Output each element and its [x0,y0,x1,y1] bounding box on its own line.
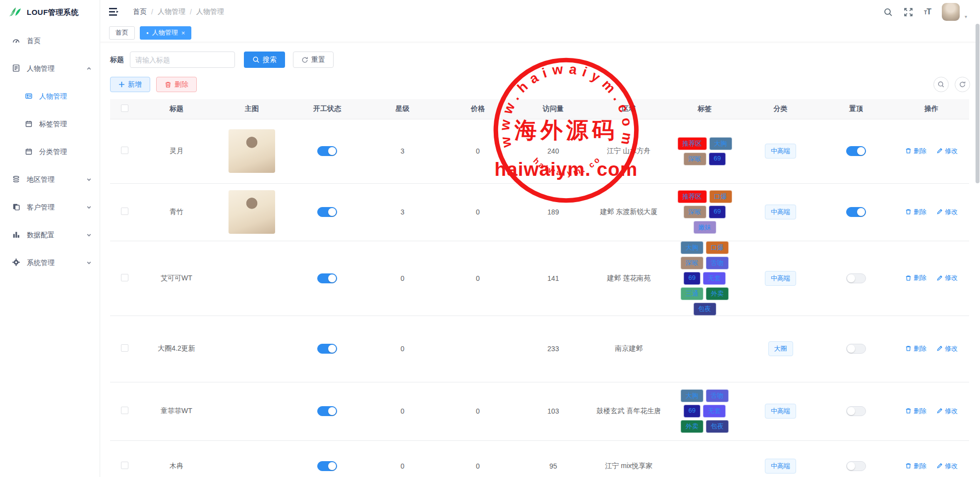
sidebar-subitem-person-mgmt[interactable]: 人物管理 [0,84,100,109]
row-delete-link[interactable]: 删除 [905,273,926,282]
top-toggle[interactable] [846,406,866,416]
search-icon[interactable] [883,7,893,17]
calendar-icon [25,120,33,129]
row-price: 0 [440,382,516,440]
menu-collapse-icon[interactable] [109,7,120,16]
row-tags: 大胸口爆深喉舌吻69无套三通外卖包夜 [673,241,737,316]
status-toggle[interactable] [317,273,337,283]
sidebar-item-customer-mgmt[interactable]: 客户管理 [0,195,100,220]
sidebar-item-system-mgmt[interactable]: 系统管理 [0,251,100,275]
tag-badge: 包夜 [693,303,716,316]
search-button[interactable]: 搜索 [244,52,285,68]
tab-close-icon[interactable]: × [181,29,185,37]
sidebar-item-label: 分类管理 [39,148,92,157]
row-checkbox[interactable] [121,274,128,281]
row-modify-link[interactable]: 修改 [936,147,958,156]
row-delete-link[interactable]: 删除 [905,407,926,416]
avatar-caret-icon[interactable]: ▾ [965,14,967,19]
chevron-down-icon [86,259,92,267]
tab-home[interactable]: 首页 [109,26,135,40]
tag-badge: 69 [709,206,726,218]
top-toggle[interactable] [846,461,866,471]
reset-button[interactable]: 重置 [293,52,334,68]
sidebar-item-home[interactable]: 首页 [0,29,100,53]
title-search-input[interactable] [130,52,235,68]
row-modify-link[interactable]: 修改 [936,273,958,282]
tab-person-mgmt[interactable]: ● 人物管理 × [140,26,191,40]
row-modify-link[interactable]: 修改 [936,462,958,471]
breadcrumb: 首页 / 人物管理 / 人物管理 [133,7,224,16]
breadcrumb-item[interactable]: 人物管理 [158,7,185,16]
table-row: 童菲菲WT 0 0 103 鼓楼玄武 喜年花生唐 大胸舌吻69无套外卖包夜 中高… [110,382,969,440]
top-toggle[interactable] [846,344,866,354]
row-delete-link[interactable]: 删除 [905,208,926,216]
tag-badge: 69 [684,272,700,285]
row-checkbox[interactable] [121,407,128,414]
row-delete-link[interactable]: 删除 [905,147,926,156]
filter-bar: 标题 搜索 重置 [110,52,970,68]
row-star: 3 [365,183,440,241]
sidebar-subitem-tag-mgmt[interactable]: 标签管理 [0,112,100,137]
row-title: 艾可可WT [139,241,214,316]
top-toggle[interactable] [846,273,866,283]
filter-label: 标题 [110,55,124,64]
sidebar-item-data-config[interactable]: 数据配置 [0,223,100,248]
row-visits: 95 [516,440,591,477]
row-delete-link[interactable]: 删除 [905,344,926,353]
tag-badge: 无套 [703,405,726,418]
row-delete-link[interactable]: 删除 [905,462,926,471]
row-title: 青竹 [139,183,214,241]
status-toggle[interactable] [317,207,337,217]
select-all-checkbox[interactable] [121,105,128,112]
status-toggle[interactable] [317,146,337,156]
col-category: 分类 [743,99,818,119]
add-button[interactable]: 新增 [110,77,150,92]
table-row: 青竹 3 0 189 建邺 东渡新锐大厦 推荐区口爆深喉69嫩妹 中高端 删除 … [110,183,969,241]
vertical-scrollbar[interactable] [976,24,980,183]
tag-badge: 深喉 [684,206,706,218]
breadcrumb-item[interactable]: 人物管理 [196,7,224,16]
status-toggle[interactable] [317,406,337,416]
fullscreen-icon[interactable] [904,7,913,17]
tag-badge: 外卖 [681,420,703,433]
delete-button[interactable]: 删除 [156,77,197,92]
sidebar-item-person-mgmt[interactable]: 人物管理 [0,56,100,81]
sidebar-item-label: 客户管理 [27,203,80,212]
row-star: 0 [365,241,440,316]
row-checkbox[interactable] [121,344,128,352]
row-checkbox[interactable] [121,462,128,469]
status-toggle[interactable] [317,461,337,471]
row-category-badge: 中高端 [765,144,796,159]
person-doc-icon [12,64,20,74]
toggle-search-button[interactable] [933,77,949,92]
sidebar-subitem-category-mgmt[interactable]: 分类管理 [0,140,100,164]
tag-badge: 舌吻 [706,389,729,402]
status-toggle[interactable] [317,344,337,354]
font-size-icon[interactable]: TT [924,7,931,16]
row-modify-link[interactable]: 修改 [936,407,958,416]
row-visits: 233 [516,316,591,382]
row-delete-label: 删除 [914,208,926,216]
row-checkbox[interactable] [121,147,128,154]
top-toggle[interactable] [846,207,866,217]
tag-badge: 69 [709,153,726,165]
tag-badge: 深喉 [681,257,703,269]
refresh-button[interactable] [955,77,970,92]
row-delete-label: 删除 [914,344,926,353]
tag-badge: 包夜 [706,420,729,433]
person-table: 标题 主图 开工状态 星级 价格 访问量 区域 标签 分类 置顶 操作 灵月 3… [110,99,969,477]
row-checkbox[interactable] [121,208,128,215]
tag-badge: 大胸 [709,137,732,150]
user-avatar[interactable] [942,3,960,21]
row-modify-link[interactable]: 修改 [936,344,958,353]
top-toggle[interactable] [846,146,866,156]
breadcrumb-item[interactable]: 首页 [133,7,147,16]
sidebar-item-region-mgmt[interactable]: 地区管理 [0,167,100,192]
row-modify-link[interactable]: 修改 [936,208,958,216]
row-star: 3 [365,119,440,183]
row-modify-label: 修改 [945,407,958,416]
main-area: 首页 / 人物管理 / 人物管理 TT ▾ 首页 ● 人物管理 × [100,0,980,477]
table-row: 艾可可WT 0 0 141 建邺 莲花南苑 大胸口爆深喉舌吻69无套三通外卖包夜… [110,241,969,316]
row-title: 灵月 [139,119,214,183]
tag-badge: 69 [684,405,700,418]
